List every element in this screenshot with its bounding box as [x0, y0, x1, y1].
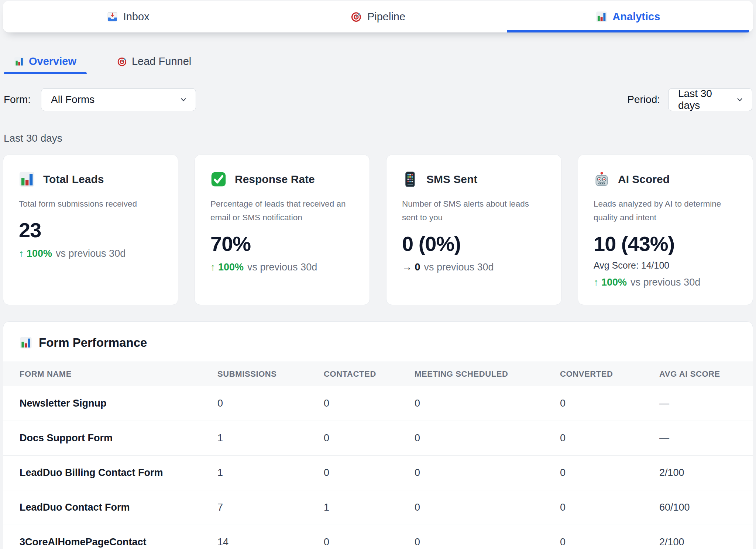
table-row: Newsletter Signup 0 0 0 0 — [3, 386, 753, 421]
stat-card-header: Response Rate [210, 171, 354, 187]
stat-card-icon [210, 171, 227, 187]
stat-cards-row: Total Leads Total form submissions recei… [3, 155, 753, 305]
cell-converted: 0 [560, 398, 659, 409]
stat-card-header: AI Scored [594, 171, 737, 187]
stat-card-icon [594, 171, 610, 187]
table-column-header: CONVERTED [560, 369, 659, 379]
period-select-value: Last 30 days [678, 88, 731, 111]
analytics-dashboard: Inbox Pipeline Analytics Overview [0, 0, 756, 549]
nav-tab-label: Analytics [612, 11, 660, 23]
table-column-header: CONTACTED [324, 369, 415, 379]
cell-avg-ai-score: 60/100 [659, 502, 753, 513]
cell-meeting-scheduled: 0 [415, 398, 560, 409]
delta-change: ↑ 100% [594, 277, 627, 288]
cell-submissions: 7 [217, 502, 324, 513]
table-header-row: FORM NAME SUBMISSIONS CONTACTED MEETING … [3, 362, 753, 386]
sub-tab-icon [117, 56, 127, 67]
stat-card-value: 0 (0%) [402, 232, 546, 256]
cell-submissions: 14 [217, 536, 324, 548]
top-nav-tab[interactable]: Pipeline [253, 1, 503, 32]
delta-suffix: vs previous 30d [424, 262, 494, 273]
stat-card-delta: ↑ 100%vs previous 30d [19, 248, 162, 259]
period-caption: Last 30 days [4, 132, 752, 144]
cell-submissions: 1 [217, 432, 324, 444]
table-row: LeadDuo Billing Contact Form 1 0 0 0 2/1… [3, 455, 753, 490]
form-performance-title-row: Form Performance [3, 322, 753, 362]
active-tab-underline [507, 30, 749, 32]
cell-contacted: 1 [324, 502, 415, 513]
stat-card-description: Total form submissions received [19, 197, 162, 211]
cell-form-name: Newsletter Signup [20, 398, 217, 409]
cell-form-name: Docs Support Form [20, 432, 217, 444]
delta-suffix: vs previous 30d [630, 277, 700, 288]
stat-card-avg-score: Avg Score: 14/100 [594, 260, 737, 271]
stat-card-description: Leads analyzed by AI to determine qualit… [594, 197, 737, 224]
table-row: Docs Support Form 1 0 0 0 — [3, 421, 753, 455]
cell-meeting-scheduled: 0 [415, 536, 560, 548]
cell-avg-ai-score: — [659, 432, 753, 444]
form-select-value: All Forms [51, 94, 94, 106]
cell-form-name: LeadDuo Billing Contact Form [20, 467, 217, 479]
stat-card-delta: ↑ 100%vs previous 30d [594, 277, 737, 288]
cell-meeting-scheduled: 0 [415, 432, 560, 444]
stat-card-title: AI Scored [618, 173, 670, 186]
table-column-header: MEETING SCHEDULED [415, 369, 560, 379]
delta-suffix: vs previous 30d [56, 248, 126, 259]
sub-tab[interactable]: Overview [4, 55, 87, 74]
stat-card: SMS Sent Number of SMS alerts about lead… [386, 155, 561, 305]
stat-card-icon [19, 171, 35, 187]
stat-card-description: Number of SMS alerts about leads sent to… [402, 197, 546, 224]
stat-card-value: 10 (43%) [594, 232, 737, 256]
analytics-sub-tabs: Overview Lead Funnel [4, 55, 752, 74]
cell-converted: 0 [560, 536, 659, 548]
stat-card-header: Total Leads [19, 171, 162, 187]
top-nav-tab[interactable]: Inbox [3, 1, 253, 32]
top-nav-tab[interactable]: Analytics [503, 1, 753, 32]
nav-tab-label: Inbox [123, 11, 150, 23]
form-filter-label: Form: [4, 94, 31, 106]
sub-tab-label: Overview [29, 55, 76, 68]
delta-change: ↑ 100% [19, 248, 52, 259]
table-column-header: FORM NAME [20, 369, 217, 379]
cell-contacted: 0 [324, 398, 415, 409]
stat-card-icon [402, 171, 418, 187]
delta-change: ↑ 100% [210, 262, 244, 273]
cell-form-name: LeadDuo Contact Form [20, 502, 217, 513]
stat-card-delta: → 0vs previous 30d [402, 262, 546, 273]
table-column-header: AVG AI SCORE [659, 369, 753, 379]
period-select[interactable]: Last 30 days [668, 88, 752, 111]
stat-card-value: 70% [210, 232, 354, 256]
cell-converted: 0 [560, 432, 659, 444]
stat-card: Response Rate Percentage of leads that r… [195, 155, 370, 305]
cell-contacted: 0 [324, 432, 415, 444]
stat-card: AI Scored Leads analyzed by AI to determ… [578, 155, 753, 305]
cell-meeting-scheduled: 0 [415, 502, 560, 513]
form-select[interactable]: All Forms [41, 88, 196, 111]
cell-meeting-scheduled: 0 [415, 467, 560, 479]
form-performance-card: Form Performance FORM NAME SUBMISSIONS C… [3, 321, 753, 549]
cell-contacted: 0 [324, 536, 415, 548]
stat-card-value: 23 [19, 218, 162, 242]
chevron-down-icon [179, 96, 188, 104]
period-filter-label: Period: [627, 94, 660, 106]
form-performance-title: Form Performance [39, 336, 147, 350]
sub-tab[interactable]: Lead Funnel [107, 55, 202, 74]
stat-card-title: Total Leads [43, 173, 104, 186]
cell-avg-ai-score: 2/100 [659, 467, 753, 479]
nav-tab-label: Pipeline [367, 11, 405, 23]
table-row: LeadDuo Contact Form 7 1 0 0 60/100 [3, 490, 753, 525]
stat-card-title: SMS Sent [426, 173, 477, 186]
chevron-down-icon [736, 96, 744, 104]
cell-submissions: 1 [217, 467, 324, 479]
top-nav-bar: Inbox Pipeline Analytics [3, 1, 753, 32]
sub-tab-label: Lead Funnel [132, 55, 191, 68]
stat-card-description: Percentage of leads that received an ema… [210, 197, 354, 224]
delta-suffix: vs previous 30d [247, 262, 317, 273]
sub-tab-icon [14, 56, 24, 67]
stat-card-title: Response Rate [235, 173, 315, 186]
cell-converted: 0 [560, 467, 659, 479]
stat-card-header: SMS Sent [402, 171, 546, 187]
table-column-header: SUBMISSIONS [217, 369, 324, 379]
cell-avg-ai-score: — [659, 398, 753, 409]
cell-converted: 0 [560, 502, 659, 513]
